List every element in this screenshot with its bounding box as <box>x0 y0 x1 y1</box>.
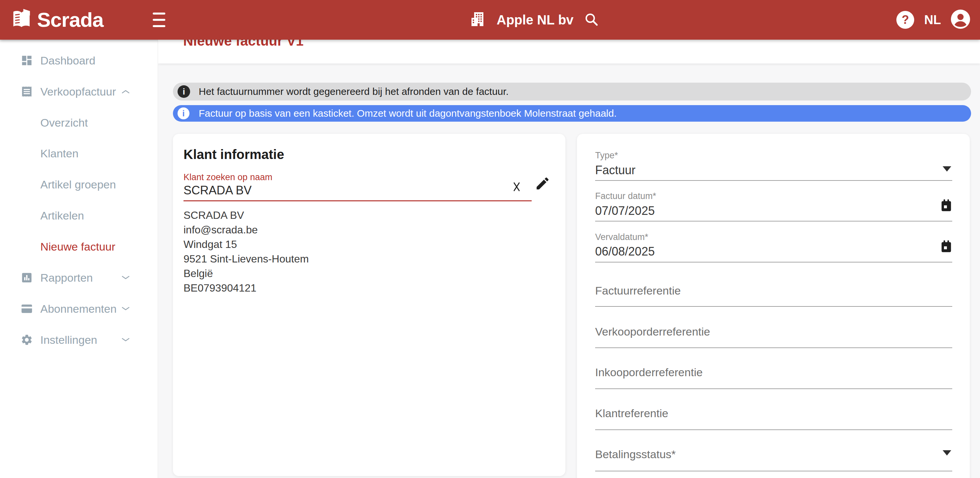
customer-search-underline <box>183 200 532 201</box>
sidebar-item-label: Instellingen <box>40 333 97 346</box>
receipt-icon <box>21 85 33 98</box>
address-line: 9521 Sint-Lievens-Houtem <box>183 252 309 266</box>
field-underline <box>595 388 952 389</box>
field-label: Inkooporderreferentie <box>595 366 703 379</box>
field-underline <box>595 180 952 181</box>
customer-search-input[interactable]: SCRADA BV <box>183 183 251 197</box>
sidebar-item-label: Rapporten <box>40 272 93 284</box>
customer-address-block: SCRADA BV info@scrada.be Windgat 15 9521… <box>183 208 309 295</box>
field-label: Factuur datum* <box>595 191 656 201</box>
address-line: Windgat 15 <box>183 237 309 252</box>
scrada-logo-icon <box>11 8 32 32</box>
customer-search-label: Klant zoeken op naam <box>183 172 272 183</box>
field-value: Factuur <box>595 163 635 177</box>
sidebar-item-artikel-groepen[interactable]: Artikel groepen <box>0 174 158 195</box>
chevron-down-icon <box>121 337 130 343</box>
notice-text: Factuur op basis van een kasticket. Omze… <box>199 108 617 119</box>
building-icon <box>469 11 487 29</box>
field-label: Type* <box>595 151 618 160</box>
calendar-icon[interactable] <box>940 199 953 213</box>
company-name: Apple NL bv <box>496 13 574 27</box>
sidebar-item-instellingen[interactable]: Instellingen <box>0 329 158 350</box>
field-label: Betalingsstatus* <box>595 448 676 461</box>
sidebar-item-artikelen[interactable]: Artikelen <box>0 205 158 226</box>
field-underline <box>595 471 952 472</box>
field-underline <box>595 221 952 221</box>
field-underline <box>595 262 952 262</box>
sidebar-item-dashboard[interactable]: Dashboard <box>0 50 158 71</box>
sidebar-item-overzicht[interactable]: Overzicht <box>0 112 158 133</box>
app-root: Nieuwe factuur V1 Dashboard Verkoopfactu… <box>0 0 980 478</box>
field-label: Vervaldatum* <box>595 232 648 242</box>
customer-info-card: Klant informatie Klant zoeken op naam SC… <box>173 134 565 476</box>
sidebar-item-nieuwe-factuur[interactable]: Nieuwe factuur <box>0 236 158 257</box>
dropdown-caret-icon[interactable] <box>943 450 951 456</box>
field-underline <box>595 306 952 307</box>
address-line: SCRADA BV <box>183 208 309 222</box>
top-header: Scrada Apple NL bv <box>0 0 980 40</box>
sidebar-item-label: Abonnementen <box>40 302 117 315</box>
field-label: Verkooporderreferentie <box>595 325 710 338</box>
sidebar-item-label: Artikelen <box>40 209 84 222</box>
info-icon: i <box>178 108 189 119</box>
field-value: 07/07/2025 <box>595 204 655 218</box>
sidebar-item-label: Dashboard <box>40 54 95 67</box>
brand-logo[interactable]: Scrada <box>11 0 103 40</box>
address-line: België <box>183 266 309 281</box>
card-title: Klant informatie <box>183 147 284 162</box>
field-label: Factuurreferentie <box>595 284 681 297</box>
clear-icon[interactable] <box>510 181 523 193</box>
address-line: info@scrada.be <box>183 222 309 237</box>
brand-name: Scrada <box>37 10 103 30</box>
info-icon: i <box>178 85 190 98</box>
invoice-details-card: Type* Factuur Factuur datum* 07/07/2025 … <box>577 134 970 478</box>
language-switcher[interactable]: NL <box>924 13 941 27</box>
dropdown-caret-icon[interactable] <box>943 166 951 172</box>
calendar-icon[interactable] <box>940 240 953 254</box>
sidebar-item-label: Overzicht <box>40 116 88 129</box>
edit-pencil-icon[interactable] <box>535 176 550 191</box>
chevron-down-icon <box>121 306 130 311</box>
sidebar-item-abonnementen[interactable]: Abonnementen <box>0 298 158 319</box>
notice-text: Het factuurnummer wordt gegenereerd bij … <box>199 86 509 97</box>
search-icon[interactable] <box>584 11 599 28</box>
sidebar-item-klanten[interactable]: Klanten <box>0 143 158 164</box>
field-label: Klantreferentie <box>595 407 668 420</box>
sidebar-item-label: Klanten <box>40 147 78 160</box>
help-icon[interactable]: ? <box>896 11 914 29</box>
sidebar-item-rapporten[interactable]: Rapporten <box>0 267 158 288</box>
account-icon[interactable] <box>951 10 970 30</box>
gear-icon <box>21 333 33 346</box>
field-value: 06/08/2025 <box>595 245 655 259</box>
address-line: BE0793904121 <box>183 281 309 295</box>
notice-banner-kasticket: i Factuur op basis van een kasticket. Om… <box>173 105 971 122</box>
field-underline <box>595 348 952 348</box>
chevron-down-icon <box>121 275 130 280</box>
menu-icon[interactable] <box>153 12 165 28</box>
sidebar-item-label: Artikel groepen <box>40 178 116 191</box>
header-actions: ? NL <box>896 0 970 40</box>
credit-card-icon <box>21 302 33 315</box>
sidebar: Dashboard Verkoopfactuur Overzicht Klant… <box>0 40 158 478</box>
sidebar-item-verkoopfactuur[interactable]: Verkoopfactuur <box>0 81 158 102</box>
sidebar-item-label: Verkoopfactuur <box>40 85 116 98</box>
notice-banner-invoice-number: i Het factuurnummer wordt gegenereerd bi… <box>173 83 971 100</box>
sidebar-item-label: Nieuwe factuur <box>40 240 115 253</box>
bar-chart-icon <box>21 272 33 284</box>
field-underline <box>595 429 952 430</box>
dashboard-icon <box>21 54 33 67</box>
chevron-up-icon <box>121 89 130 94</box>
company-switcher[interactable]: Apple NL bv <box>469 0 599 40</box>
